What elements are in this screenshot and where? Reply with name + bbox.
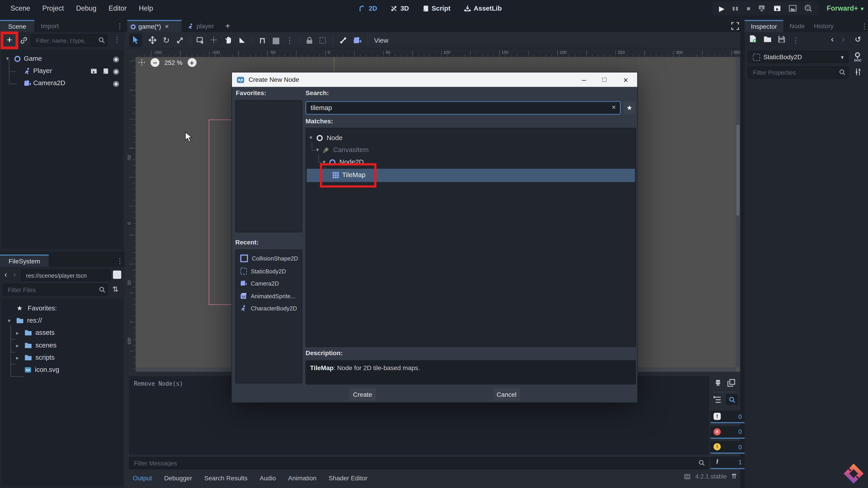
chevron-down-icon[interactable]: ▾ (316, 147, 319, 153)
search-output-button[interactable] (726, 394, 738, 405)
match-row-canvasitem[interactable]: ▾ CanvasItem (306, 144, 636, 157)
filter-files-input[interactable] (3, 284, 108, 295)
chevron-down-icon[interactable]: ▾ (8, 318, 10, 324)
instance-scene-icon[interactable] (20, 37, 28, 44)
tab-animation[interactable]: Animation (288, 475, 316, 481)
scene-dock-menu-icon[interactable]: ⋮ (116, 22, 123, 31)
cancel-button[interactable]: Cancel (493, 388, 520, 400)
ruler-tool[interactable] (238, 36, 246, 44)
recent-animatedsprite2d[interactable]: AnimatedSprite... (236, 290, 305, 302)
list-select-tool[interactable] (196, 36, 204, 44)
skeleton-icon[interactable] (339, 36, 347, 44)
select-tool[interactable] (129, 33, 143, 47)
menu-project[interactable]: Project (36, 4, 70, 12)
toggle-split-mode-button[interactable] (113, 271, 121, 279)
error-counter[interactable]: × 0 (710, 426, 746, 438)
node-selector[interactable]: StaticBody2D ▾ (748, 51, 849, 63)
info-counter[interactable]: ! 0 (710, 411, 746, 423)
eye-icon[interactable]: ◉ (113, 55, 119, 63)
zoom-level[interactable]: 252 % (164, 59, 182, 66)
mode-script-button[interactable]: Script (422, 4, 451, 12)
open-scene-icon[interactable] (90, 68, 97, 74)
collapse-tree-icon[interactable] (713, 396, 721, 403)
matches-panel[interactable]: ▾ Node ▾ CanvasItem ▾ Node2D Til (306, 128, 636, 347)
copy-output-icon[interactable] (727, 379, 735, 387)
grid-snap-icon[interactable]: ▦ (272, 36, 280, 44)
tab-import[interactable]: Import (34, 20, 65, 32)
renderer-selector[interactable]: Forward+ ▾ (827, 4, 864, 12)
mode-2d-button[interactable]: 2D (359, 4, 377, 12)
tab-filesystem[interactable]: FileSystem (0, 255, 49, 267)
node-search-input[interactable] (306, 101, 620, 115)
tab-output[interactable]: Output (133, 475, 152, 481)
mode-3d-button[interactable]: 3D (391, 4, 409, 12)
tab-shader-editor[interactable]: Shader Editor (329, 475, 368, 481)
property-tools-icon[interactable] (854, 68, 862, 76)
rotate-tool[interactable]: ↻ (163, 36, 170, 44)
nav-forward-icon[interactable]: › (13, 269, 16, 279)
close-button[interactable]: × (623, 75, 628, 85)
scene-filter-input[interactable] (31, 34, 107, 46)
nav-back-icon[interactable]: ‹ (4, 269, 7, 279)
play-scene-button[interactable] (774, 4, 781, 12)
current-path[interactable]: res://scenes/player.tscn (21, 269, 111, 281)
load-resource-icon[interactable] (763, 36, 772, 42)
tree-row-camera2d[interactable]: Camera2D ◉ (2, 77, 123, 90)
group-icon[interactable] (319, 36, 327, 44)
menu-debug[interactable]: Debug (70, 4, 102, 12)
chevron-down-icon[interactable]: ▾ (6, 55, 9, 61)
history-forward-icon[interactable]: › (842, 34, 845, 44)
close-icon[interactable]: × (165, 23, 169, 30)
filter-properties-input[interactable] (748, 66, 849, 78)
play-custom-scene-button[interactable] (789, 4, 797, 12)
v-scrollbar-thumb[interactable] (736, 125, 740, 216)
tab-audio[interactable]: Audio (260, 475, 276, 481)
minimize-button[interactable]: – (582, 75, 586, 84)
tree-row-player[interactable]: Player ◉ (2, 65, 123, 77)
tree-row-game[interactable]: ▾ Game ◉ (2, 53, 123, 65)
warning-counter[interactable]: ! 0 (710, 441, 746, 454)
favorite-toggle-button[interactable]: ★ (623, 101, 636, 115)
sort-files-icon[interactable]: ⇅ (112, 285, 119, 293)
lock-icon[interactable] (306, 36, 313, 44)
menu-editor[interactable]: Editor (103, 4, 133, 12)
tab-node[interactable]: Node (785, 20, 809, 32)
dialog-titlebar[interactable]: Create New Node – □ × (232, 72, 637, 87)
menu-scene[interactable]: Scene (4, 4, 36, 12)
filter-messages-input[interactable] (129, 457, 709, 469)
open-docs-icon[interactable]: DOC (853, 52, 862, 62)
expand-icon[interactable] (731, 22, 739, 30)
zoom-in-button[interactable]: + (187, 58, 196, 67)
play-button[interactable]: ▶ (719, 5, 724, 12)
tab-search-results[interactable]: Search Results (204, 475, 248, 481)
filesystem-menu-icon[interactable]: ⋮ (116, 257, 123, 265)
snap-options-icon[interactable]: ⋮ (286, 36, 293, 44)
remote-debug-icon[interactable] (758, 4, 766, 12)
scene-toolbar-menu-icon[interactable]: ⋮ (114, 35, 121, 44)
inspector-menu-icon[interactable]: ⋮ (861, 22, 868, 31)
smart-snap-icon[interactable] (258, 36, 266, 44)
center-view-icon[interactable] (138, 59, 146, 66)
eye-icon[interactable]: ◉ (113, 79, 119, 88)
resource-options-icon[interactable]: ⋮ (792, 36, 799, 44)
recent-characterbody2d[interactable]: CharacterBody2D (236, 302, 305, 314)
tab-game-scene[interactable]: game(*) × (127, 20, 182, 32)
zoom-out-button[interactable]: − (151, 58, 159, 67)
v-scrollbar[interactable] (736, 57, 740, 367)
scale-tool[interactable] (176, 36, 184, 44)
mode-assetlib-button[interactable]: AssetLib (464, 4, 502, 12)
recent-staticbody2d[interactable]: StaticBody2D (236, 265, 305, 277)
pan-tool[interactable] (224, 36, 232, 44)
stop-button[interactable]: ■ (747, 5, 750, 11)
history-list-icon[interactable]: ↺ (855, 35, 861, 43)
create-button[interactable]: Create (349, 388, 376, 400)
tab-scene[interactable]: Scene (0, 20, 34, 32)
tab-history[interactable]: History (810, 20, 837, 32)
save-resource-icon[interactable] (778, 35, 785, 43)
recent-collisionshape2d[interactable]: CollisionShape2D (236, 252, 305, 265)
view-menu[interactable]: View (374, 36, 388, 44)
tab-inspector[interactable]: Inspector (745, 20, 783, 32)
edit-counter[interactable]: 1 (710, 456, 746, 469)
update-check-icon[interactable]: ⇈ (731, 473, 737, 480)
add-scene-tab-icon[interactable]: + (225, 21, 230, 31)
